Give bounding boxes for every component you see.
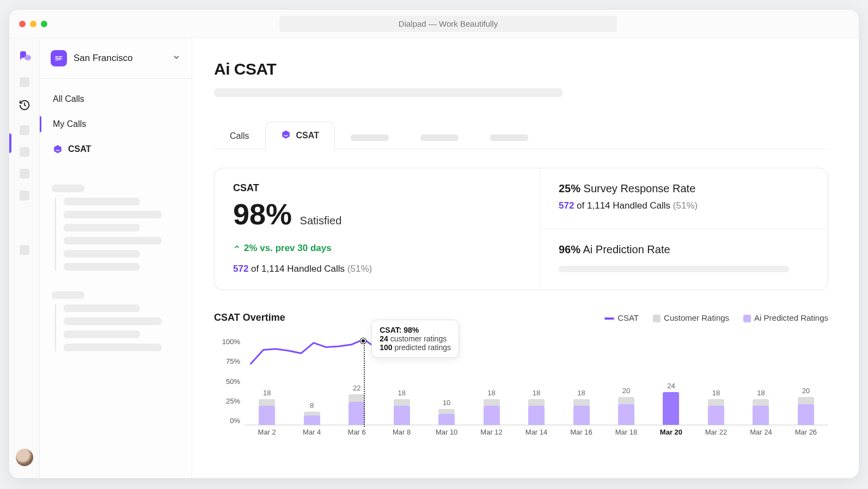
x-tick-label: Mar 10 (424, 428, 469, 436)
sidebar-item-csat-label: CSAT (68, 144, 91, 154)
workspace-badge: SF (51, 50, 67, 66)
csat-hex-icon (53, 144, 63, 154)
tab-placeholder-3[interactable] (474, 126, 544, 149)
csat-trend-text: 2% vs. prev 30 days (244, 243, 332, 254)
chart-hover-guide (364, 341, 365, 427)
window-title: Dialpad — Work Beautifully (279, 16, 617, 32)
rail-placeholder-5[interactable] (20, 191, 29, 200)
rail-placeholder-3[interactable] (20, 147, 29, 157)
history-icon[interactable] (19, 99, 30, 113)
x-tick-label: Mar 18 (604, 428, 649, 436)
sidebar-skeleton-1 (40, 169, 192, 276)
rail-placeholder-4[interactable] (20, 169, 29, 179)
sidebar-skeleton-2 (40, 276, 192, 357)
workspace-picker[interactable]: SF San Francisco (40, 38, 192, 79)
svg-marker-2 (282, 131, 290, 139)
zoom-window-button[interactable] (41, 21, 47, 27)
rail-placeholder-6[interactable] (20, 245, 29, 255)
csat-handled-pct: (51%) (347, 264, 372, 274)
csat-tab-icon (281, 130, 291, 142)
response-label: Survey Response Rate (580, 182, 695, 194)
x-tick-label: Mar 14 (514, 428, 559, 436)
prediction-rate-card: 96% Ai Prediction Rate (540, 229, 828, 290)
tab-placeholder-1[interactable] (335, 126, 405, 149)
prediction-label: Ai Prediction Rate (580, 243, 670, 255)
main-content: Ai CSAT Calls CSAT CSAT 98% (192, 38, 859, 478)
x-tick-label: Mar 8 (379, 428, 424, 436)
chevron-down-icon (172, 53, 181, 64)
window-controls (19, 21, 47, 27)
csat-handled: 572 of 1,114 Handled Calls (51%) (233, 264, 521, 274)
x-tick-label: Mar 16 (559, 428, 603, 436)
x-tick-label: Mar 20 (649, 428, 693, 436)
titlebar: Dialpad — Work Beautifully (9, 10, 859, 38)
sidebar: SF San Francisco All Calls My Calls CSAT (40, 38, 192, 478)
response-rate-card: 25% Survey Response Rate 572 of 1,114 Ha… (540, 168, 828, 229)
csat-handled-num: 572 (233, 264, 248, 274)
x-tick-label: Mar 12 (469, 428, 514, 436)
rail-placeholder-2[interactable] (20, 125, 29, 135)
chart-title: CSAT Overtime (214, 312, 285, 323)
tab-csat-label: CSAT (296, 131, 319, 140)
csat-trend: 2% vs. prev 30 days (233, 243, 521, 254)
rail-placeholder-1[interactable] (20, 77, 29, 87)
workspace-name: San Francisco (74, 53, 166, 64)
subtitle-skeleton (214, 88, 563, 97)
plot-area[interactable]: 1882218101818182024181820 Mar 2Mar 4Mar … (244, 335, 828, 444)
csat-suffix: Satisfied (300, 215, 342, 227)
chart-legend: CSAT Customer Ratings Ai Predicted Ratin… (604, 313, 828, 322)
tab-placeholder-2[interactable] (405, 126, 474, 149)
page-title: Ai CSAT (214, 60, 828, 78)
arrow-up-icon (233, 243, 241, 254)
response-handled-rest: of 1,114 Handled Calls (574, 200, 673, 211)
x-tick-label: Mar 22 (694, 428, 738, 436)
tabs: Calls CSAT (214, 121, 828, 149)
rail-active-indicator (9, 133, 11, 153)
sidebar-nav: All Calls My Calls CSAT (40, 79, 192, 169)
legend-predicted: Ai Predicted Ratings (743, 313, 828, 322)
svg-point-0 (25, 55, 31, 60)
x-tick-label: Mar 2 (244, 428, 289, 436)
legend-customer: Customer Ratings (653, 313, 729, 322)
response-handled-pct: (51%) (673, 200, 698, 211)
chart-hover-point (360, 338, 366, 344)
csat-value: 98% (233, 197, 292, 231)
chart: 100% 75% 50% 25% 0% 18822181018181820241… (214, 335, 828, 444)
csat-handled-rest: of 1,114 Handled Calls (248, 264, 347, 274)
chart-tooltip: CSAT: 98%24 customer ratings100 predicte… (371, 320, 459, 358)
metric-cards: CSAT 98% Satisfied 2% vs. prev 30 days 5… (214, 168, 828, 290)
csat-label: CSAT (233, 182, 521, 194)
prediction-pct: 96% (559, 243, 580, 255)
dialpad-logo-icon[interactable] (17, 51, 32, 65)
response-pct: 25% (559, 182, 580, 194)
x-tick-label: Mar 24 (738, 428, 783, 436)
csat-card: CSAT 98% Satisfied 2% vs. prev 30 days 5… (215, 168, 540, 290)
sidebar-item-csat[interactable]: CSAT (40, 137, 192, 162)
tab-csat[interactable]: CSAT (265, 121, 335, 149)
response-handled-num: 572 (559, 200, 574, 211)
close-window-button[interactable] (19, 21, 26, 27)
x-tick-label: Mar 4 (289, 428, 334, 436)
sidebar-item-all-calls[interactable]: All Calls (40, 87, 192, 112)
x-tick-label: Mar 26 (784, 428, 828, 436)
left-rail (9, 38, 40, 478)
minimize-window-button[interactable] (30, 21, 36, 27)
user-avatar[interactable] (16, 449, 33, 466)
sidebar-item-my-calls[interactable]: My Calls (40, 112, 192, 137)
svg-marker-1 (54, 145, 62, 154)
legend-csat: CSAT (604, 313, 639, 322)
app-window: Dialpad — Work Beautifully SF San Franci… (9, 10, 859, 478)
chart-section: CSAT Overtime CSAT Customer Ratings Ai P… (214, 312, 828, 444)
prediction-skeleton (559, 266, 789, 272)
y-axis: 100% 75% 50% 25% 0% (214, 338, 244, 425)
tab-calls[interactable]: Calls (214, 123, 265, 149)
x-tick-label: Mar 6 (334, 428, 379, 436)
